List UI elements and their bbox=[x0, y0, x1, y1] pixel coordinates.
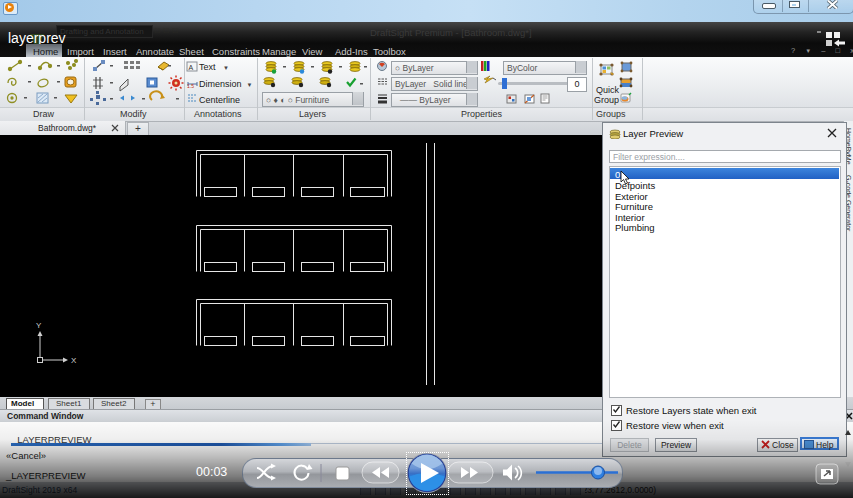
svg-text:A: A bbox=[189, 64, 194, 71]
svg-text:1.5: 1.5 bbox=[187, 83, 194, 89]
svg-text:Y: Y bbox=[36, 321, 42, 330]
svg-text:X: X bbox=[71, 356, 77, 365]
